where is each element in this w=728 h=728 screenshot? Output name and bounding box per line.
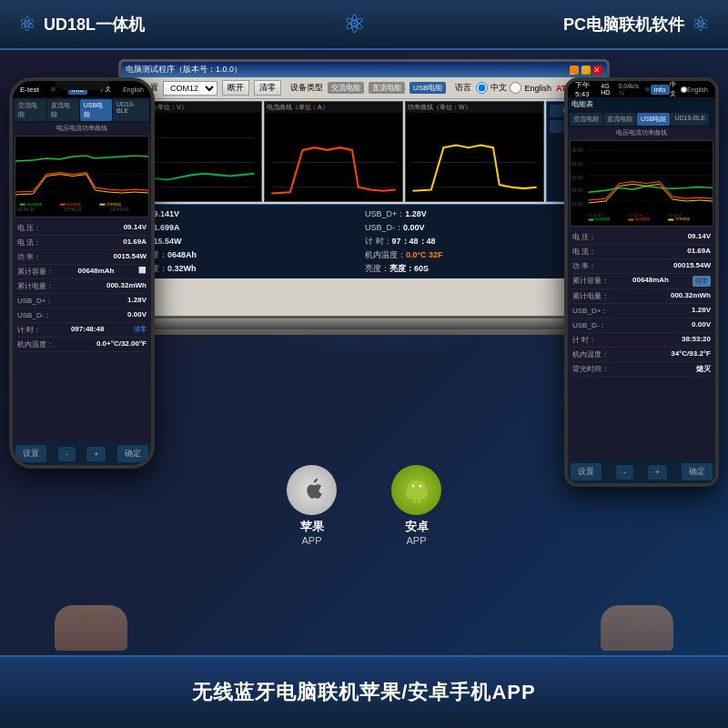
clear-btn-timer-left[interactable]: 清零 [134,325,147,335]
phone-data-right: 电 压： 09.14V 电 流： 01.69A 功 率： 00015.54W [568,228,715,379]
confirm-btn-left[interactable]: 确定 [117,445,148,462]
title-right: PC电脑联机软件 [563,14,684,35]
lang-en-radio[interactable] [510,82,521,94]
phone-bottom-left: 设置 - + 确定 [13,442,151,465]
phone-right-signal: 4G HD [601,83,618,96]
laptop-area: 电脑测试程序（版本号：1.0.0） _ □ ✕ 串口设置 COM12 [118,59,610,359]
phone-right-app-title: 电能表 [571,99,593,109]
pc-current-val: 1.699A [154,223,180,232]
chart3-title: 功率曲线（单位：W） [406,102,543,113]
svg-rect-21 [20,204,25,206]
pc-maximize-btn[interactable]: □ [581,66,591,75]
data-row-usbdm-right: USB_D-： 0.00V [572,318,711,333]
pc-usb-section: 电 压：9.141V USB_D+：1.28V 电 流：1.699A USB_D… [121,204,607,278]
clear-btn-capacity-right[interactable]: 清零 [693,276,711,287]
svg-rect-48 [408,488,426,499]
minus-btn-left[interactable]: - [58,447,76,461]
settings-btn-right[interactable]: 设置 [571,463,602,480]
phone-right-lang-cn[interactable]: 中文 [670,81,682,98]
svg-text:25.0V: 25.0V [571,162,583,167]
tab-dc-left[interactable]: 直流电能 [47,99,79,121]
tab-dc-right[interactable]: 直流电能 [603,113,636,126]
pc-minimize-btn[interactable]: _ [570,66,579,75]
svg-text:电压曲线: 电压曲线 [27,202,42,207]
pc-software: 电脑测试程序（版本号：1.0.0） _ □ ✕ 串口设置 COM12 [121,62,607,316]
pc-voltage-row: 电 压：9.141V [126,208,363,220]
phone-right-lang-en[interactable]: English [687,86,708,93]
current-chart-svg: 10:22:44 10:27:17 [265,113,402,202]
lang-cn-label: 中文 [490,82,507,94]
main-container: ⚛ UD18L一体机 ⚛ PC电脑联机软件 ⚛ 9.141 1.699 15.5… [0,0,728,728]
tab-ac-right[interactable]: 交流电能 [570,113,602,126]
banner-right: PC电脑联机软件 ⚛ [563,13,710,36]
svg-rect-56 [418,499,420,503]
open-btn[interactable]: 断开 [222,80,249,96]
current-chart: 电流曲线（单位：A） 10:22:44 10:27:17 [264,101,403,202]
banner-left: ⚛ UD18L一体机 [18,13,145,36]
svg-rect-25 [99,204,105,206]
phone-notch-left [55,81,109,90]
port-select[interactable]: COM12 [163,81,217,96]
data-row-current-right: 电 流： 01.69A [572,245,711,259]
phone-chart-svg-left: 03:56:20 03:58:29 03:59:00 电压曲线 电流曲线 功率曲… [15,136,148,217]
bottom-banner: 无线蓝牙电脑联机苹果/安卓手机APP [0,655,728,728]
android-label-sub: APP [391,535,441,546]
bluetooth-icon-center: ⚛ [343,10,366,38]
bluetooth-icon-right: ⚛ [692,13,710,36]
phone-tabs-left: 交流电能 直流电能 USB电能 UD18-BLE [13,97,151,123]
ac-type[interactable]: 交流电能 [328,82,364,94]
dc-type[interactable]: 直流电能 [369,82,405,94]
phone-screen-right: 下午5:43 4G HD 0.04k/s ↑↓ ⚛ info 中文 Englis… [568,81,715,483]
confirm-btn-right[interactable]: 确定 [682,463,713,480]
phone-data-left: 电 压： 09.14V 电 流： 01.69A 功 率： 0015.54W [13,219,151,354]
ios-label-text: 苹果 [287,519,337,535]
power-chart: 功率曲线（单位：W） 10:22:44 10:27:17 [405,101,544,202]
minus-btn-right[interactable]: - [616,465,633,480]
phone-right-info-badge: info [651,85,670,95]
data-row-voltage-right: 电 压： 09.14V [572,230,711,245]
apple-logo-svg [299,477,325,504]
svg-point-50 [419,484,421,487]
svg-text:功率曲线: 功率曲线 [675,217,690,221]
tab-usb-left[interactable]: USB电能 [80,99,112,121]
svg-rect-23 [60,204,66,206]
phone-right: 下午5:43 4G HD 0.04k/s ↑↓ ⚛ info 中文 Englis… [564,77,719,487]
tab-ac-left[interactable]: 交流电能 [15,99,46,121]
plus-btn-left[interactable]: + [86,447,106,461]
clear-btn[interactable]: 清零 [254,80,281,96]
phone-left-lang-en[interactable]: English [123,86,144,93]
clear-icon-capacity[interactable]: ⬜ [138,267,147,277]
phone-right-bt: ⚛ [644,86,651,94]
pc-charts-row: 电压曲线（单位：V） 10:22:44 10:25:11 10:27:17 [121,99,607,204]
data-row-timer-right: 计 时： 38:53:20 [572,333,711,348]
svg-rect-55 [413,499,416,503]
lang-cn-radio[interactable] [476,82,488,94]
svg-rect-45 [668,219,673,221]
phone-right-lang-radio[interactable] [681,86,687,93]
device-label: 设备类型 [290,82,323,94]
data-row-capacity-left: 累计容量： 00648mAh ⬜ [17,265,147,279]
data-row-current-left: 电 流： 01.69A [17,236,147,250]
plus-btn-right[interactable]: + [648,465,667,480]
pc-titlebar: 电脑测试程序（版本号：1.0.0） _ □ ✕ [121,62,607,77]
bottom-text: 无线蓝牙电脑联机苹果/安卓手机APP [192,679,535,706]
svg-rect-53 [406,490,409,497]
data-row-temp-left: 机内温度： 0.0+°C/32.00°F [17,338,147,352]
hand-left [55,605,127,651]
pc-timer-val: 97：48：48 [392,237,436,246]
pc-current-row: 电 流：1.699A [126,222,363,234]
pc-close-btn[interactable]: ✕ [593,66,602,75]
pc-title-text: 电脑测试程序（版本号：1.0.0） [126,64,242,76]
usb-type[interactable]: USB电能 [410,82,446,94]
phone-right-icons: 0.04k/s ↑↓ [618,83,643,96]
svg-text:03:59:00: 03:59:00 [111,207,128,212]
data-row-power-left: 功 率： 0015.54W [17,250,147,265]
title-left: UD18L一体机 [44,14,145,35]
android-label-box: 安卓 APP [391,465,441,546]
phone-chart-right: 30.0V 25.0V 20.0V 15.0V 10.0V [570,140,713,227]
tab-ble-right[interactable]: UD18-BLE [671,113,708,126]
data-row-temp-right: 机内温度： 34°C/93.2°F [572,348,711,362]
tab-usb-right[interactable]: USB电能 [637,113,670,126]
settings-btn-left[interactable]: 设置 [15,445,46,462]
tab-ble-left[interactable]: UD18-BLE [113,99,149,121]
